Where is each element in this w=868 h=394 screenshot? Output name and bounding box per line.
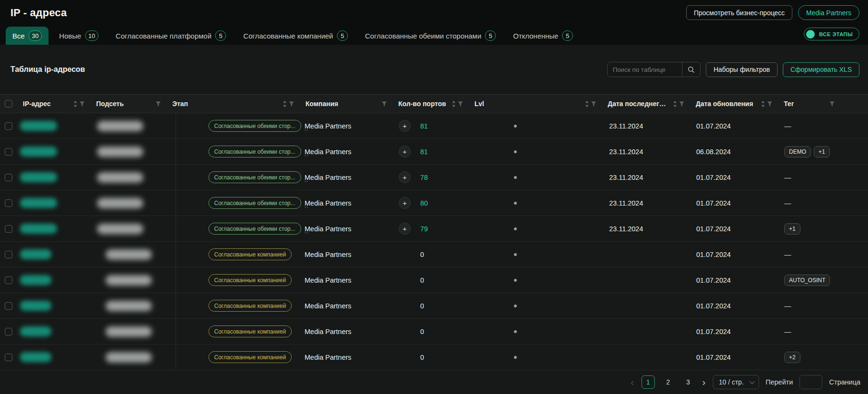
tag-empty: — [784,122,791,130]
column-header[interactable]: Lvl [469,95,602,113]
table-row[interactable]: Согласованные обеими стор... .. Media Pa… [0,139,868,165]
row-checkbox[interactable] [5,225,12,233]
stage-more-indicator: .. [305,227,309,235]
sort-icon[interactable] [585,100,589,108]
table-row[interactable]: Согласованные компанией .. Media Partner… [0,242,868,267]
expand-ports-button[interactable]: + [399,197,411,209]
table-toolbar: Таблица ip-адресов Наборы фильтров Сформ… [0,45,868,94]
select-all-checkbox[interactable] [5,100,12,108]
row-checkbox[interactable] [5,251,12,258]
table-row[interactable]: Согласованные обеими стор... .. Media Pa… [0,165,868,190]
sort-icon[interactable] [452,100,456,108]
column-header[interactable]: Подсеть [90,95,167,113]
ports-cell: + 80 [393,190,469,216]
company-cell: Media Partners [300,190,393,216]
expand-ports-button[interactable]: + [399,120,411,132]
sort-icon[interactable] [761,100,765,108]
prev-page-button[interactable]: ‹ [630,377,635,387]
tag-cell: +1 [778,216,868,241]
table-row[interactable]: Согласованные компанией .. Media Partner… [0,267,868,293]
stage-tab[interactable]: Согласованные платформой 5 [109,27,233,45]
lvl-indicator-icon [514,176,517,179]
filter-icon[interactable] [679,101,684,107]
subnet-cell [90,216,167,241]
subnet-cell [90,345,167,370]
updated-date: 01.07.2024 [690,345,778,370]
row-checkbox[interactable] [5,148,12,156]
table-row[interactable]: Согласованные компанией .. Media Partner… [0,345,868,370]
expand-ports-button[interactable]: + [399,146,411,158]
filter-icon[interactable] [829,101,835,107]
ip-table-panel: Таблица ip-адресов Наборы фильтров Сформ… [0,45,868,394]
table-title: Таблица ip-адресов [10,65,85,74]
stage-tab[interactable]: Отклоненные 5 [506,27,580,45]
column-header[interactable]: Дата обновления [690,95,778,113]
toggle-label: ВСЕ ЭТАПЫ [819,31,853,37]
column-header[interactable]: Этап [167,95,300,113]
column-header[interactable]: Кол-во портов [393,95,469,113]
page-number-button[interactable]: 2 [661,375,675,389]
stage-badge: Согласованные компанией [208,274,292,286]
row-checkbox[interactable] [5,276,12,284]
table-row[interactable]: Согласованные компанией .. Media Partner… [0,319,868,345]
ports-cell: + 78 [393,165,469,190]
tag-chip: +2 [784,352,800,363]
column-header[interactable]: Дата последнего скан... [602,95,690,113]
row-checkbox[interactable] [5,174,12,181]
next-page-button[interactable]: › [701,377,707,387]
filter-sets-button[interactable]: Наборы фильтров [706,62,778,77]
view-business-process-button[interactable]: Просмотреть бизнес-процесс [686,5,792,20]
search-button[interactable] [682,62,700,77]
sort-icon[interactable] [283,100,287,108]
export-xls-button[interactable]: Сформировать XLS [783,62,859,77]
table-row[interactable]: Согласованные компанией .. Media Partner… [0,293,868,319]
column-header[interactable]: IP-адрес [17,95,90,113]
stage-tab[interactable]: Новые 10 [52,27,105,45]
goto-page-input[interactable] [799,375,822,389]
filter-icon[interactable] [767,101,772,107]
table-row[interactable]: Согласованные обеими стор... .. Media Pa… [0,113,868,139]
stage-badge: Согласованные обеими стор... [208,197,301,209]
column-header[interactable]: Тег [778,95,868,113]
stage-tab[interactable]: Согласованные компанией 5 [237,27,355,45]
company-cell: Media Partners [300,113,393,138]
stage-tab[interactable]: Все 30 [6,27,49,45]
sort-icon[interactable] [73,100,78,108]
last-scan-date: 23.11.2024 [602,216,690,241]
filter-icon[interactable] [382,101,387,107]
column-header[interactable]: Компания [300,95,393,113]
page-number-button[interactable]: 1 [641,375,655,389]
expand-ports-button[interactable]: + [399,171,411,183]
sort-icon[interactable] [673,100,677,108]
ip-address-redacted [20,147,57,157]
page-title: IP - адреса [10,7,67,19]
lvl-indicator-icon [514,125,517,128]
row-checkbox[interactable] [5,354,12,361]
filter-icon[interactable] [156,101,161,107]
row-checkbox[interactable] [5,328,12,335]
page-number-button[interactable]: 3 [681,375,695,389]
stage-tab[interactable]: Согласованные обеими сторонами 5 [358,27,503,45]
stage-cell: Согласованные компанией .. [167,293,300,318]
lvl-cell [469,139,602,164]
table-row[interactable]: Согласованные обеими стор... .. Media Pa… [0,216,868,242]
ports-count: 79 [420,225,428,233]
subnet-redacted [106,249,152,260]
company-badge[interactable]: Media Partners [798,5,859,20]
filter-icon[interactable] [79,101,85,107]
expand-ports-button[interactable]: + [399,223,411,235]
filter-icon[interactable] [591,101,596,107]
tag-empty: — [784,302,791,310]
filter-icon[interactable] [289,101,294,107]
filter-icon[interactable] [458,101,463,107]
subnet-redacted [106,352,152,363]
row-checkbox[interactable] [5,122,12,130]
table-row[interactable]: Согласованные обеими стор... .. Media Pa… [0,190,868,216]
search-input[interactable] [608,62,682,77]
row-checkbox[interactable] [5,302,12,310]
page-size-select[interactable]: 10 / стр. [713,375,759,389]
tag-cell: — [778,113,868,138]
row-checkbox[interactable] [5,199,12,207]
row-select-cell [0,242,17,267]
all-stages-toggle[interactable]: ВСЕ ЭТАПЫ [804,28,859,40]
